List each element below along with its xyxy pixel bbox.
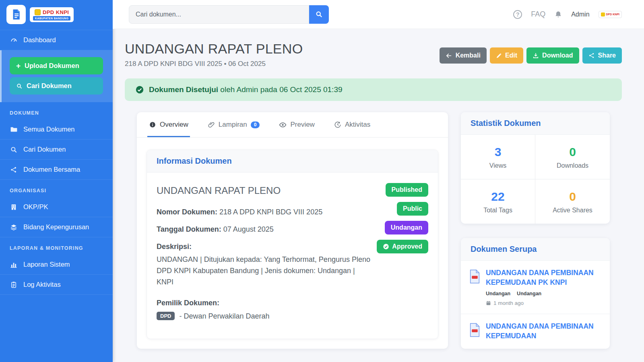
stat-total-tags-label: Total Tags xyxy=(464,207,532,214)
sidebar-item-label: Laporan Sistem xyxy=(23,261,70,268)
bell-icon[interactable] xyxy=(554,10,562,19)
share-label: Share xyxy=(598,52,616,59)
dokumen-serupa-header: Dokumen Serupa xyxy=(461,238,610,261)
stat-active-shares: 0 Active Shares xyxy=(535,179,610,224)
upload-dokumen-button[interactable]: + Upload Dokumen xyxy=(10,57,103,74)
edit-button[interactable]: Edit xyxy=(490,47,523,64)
similar-doc-link[interactable]: UNDANGAN DANA PEMBINAAN KEPEMUDAAN PK KN… xyxy=(486,268,602,287)
download-button[interactable]: Download xyxy=(526,47,579,64)
owner-badge: DPD xyxy=(157,312,175,320)
field-label: Deskripsi: xyxy=(157,243,192,251)
informasi-dokumen-body: UNDANGAN RAPAT PLENO Nomor Dokumen: 218 … xyxy=(147,173,438,339)
brand: DPD KNPI KABUPATEN BANDUNG xyxy=(0,0,113,30)
field-value: 218 A DPD KNPI BDG VIII 2025 xyxy=(219,208,322,216)
field-pemilik-label: Pemilik Dokumen: xyxy=(157,298,370,309)
sidebar-item-okp-pk[interactable]: OKP/PK xyxy=(0,197,113,217)
search-icon xyxy=(10,146,18,153)
plus-icon: + xyxy=(16,62,21,70)
similar-doc-item: UNDANGAN DANA PEMBINAAN KEPEMUDAAN PK KN… xyxy=(461,261,610,314)
similar-doc-tags: Undangan Undangan xyxy=(486,291,602,296)
similar-doc-item: UNDANGAN DANA PEMBINAAN KEPEMUDAAN xyxy=(461,314,610,348)
field-value: - Dewan Perwakilan Daerah xyxy=(179,312,269,320)
main-area: ? FAQ Admin DPD KNPI UNDANGAN RAPAT PLEN… xyxy=(113,0,644,362)
org-logo: DPD KNPI KABUPATEN BANDUNG xyxy=(30,7,74,22)
tabbar: Overview Lampiran 0 xyxy=(137,112,448,138)
similar-doc-time: 1 month ago xyxy=(486,300,602,306)
status-badges: Published Public Undangan Approved xyxy=(377,183,428,328)
informasi-dokumen-card: Informasi Dokumen UNDANGAN RAPAT PLENO N… xyxy=(147,150,438,339)
folder-icon xyxy=(10,125,18,133)
sidebar-item-label: Dokumen Bersama xyxy=(23,166,80,173)
sidebar-item-dashboard[interactable]: Dashboard xyxy=(0,30,113,50)
statistik-dokumen-card: Statistik Dokumen 3 Views 0 Downloads xyxy=(461,112,610,224)
sidebar-item-laporan-sistem[interactable]: Laporan Sistem xyxy=(0,255,113,275)
user-org-logo-text: DPD KNPI xyxy=(606,13,619,16)
field-label: Tanggal Dokumen: xyxy=(157,225,221,233)
org-name: DPD KNPI xyxy=(43,9,69,15)
share-icon xyxy=(588,52,595,59)
stat-downloads-label: Downloads xyxy=(539,162,607,169)
tab-overview[interactable]: Overview xyxy=(147,112,190,137)
pdf-file-icon xyxy=(469,323,481,341)
lampiran-count-badge: 0 xyxy=(251,121,260,128)
left-column: Overview Lampiran 0 xyxy=(137,112,448,349)
content-columns: Overview Lampiran 0 xyxy=(125,112,622,349)
similar-doc-time-text: 1 month ago xyxy=(493,300,524,306)
cari-dokumen-button[interactable]: Cari Dokumen xyxy=(10,77,103,95)
tag: Undangan xyxy=(486,291,510,296)
stat-active-shares-label: Active Shares xyxy=(539,207,607,214)
stat-active-shares-value: 0 xyxy=(539,190,607,204)
search-icon xyxy=(315,10,323,18)
upload-dokumen-label: Upload Dokumen xyxy=(25,62,79,70)
sidebar-item-label: Semua Dokumen xyxy=(23,125,74,133)
chart-icon xyxy=(10,261,18,268)
clipboard-list-icon xyxy=(10,281,18,288)
app-logo-icon[interactable] xyxy=(6,5,26,24)
topbar-right: ? FAQ Admin DPD KNPI xyxy=(513,10,622,19)
sidebar-item-log-aktivitas[interactable]: Log Aktivitas xyxy=(0,275,113,295)
org-subtitle: KABUPATEN BANDUNG xyxy=(33,16,70,21)
sidebar-section-organisasi: ORGANISASI xyxy=(0,180,113,197)
help-icon[interactable]: ? xyxy=(513,10,522,19)
stat-views-label: Views xyxy=(464,162,532,169)
page-header: UNDANGAN RAPAT PLENO 218 A DPD KNPI BDG … xyxy=(125,41,622,68)
knpi-emblem-icon xyxy=(601,12,605,16)
edit-label: Edit xyxy=(505,52,517,59)
sidebar: DPD KNPI KABUPATEN BANDUNG Dashboard + U… xyxy=(0,0,113,362)
stat-downloads: 0 Downloads xyxy=(535,135,610,179)
calendar-icon xyxy=(486,300,491,306)
page-subtitle: 218 A DPD KNPI BDG VIII 2025 • 06 Oct 20… xyxy=(125,60,303,68)
status-badge-approved-label: Approved xyxy=(392,243,422,250)
tab-lampiran[interactable]: Lampiran 0 xyxy=(206,112,262,137)
share-icon xyxy=(10,166,18,173)
sidebar-item-cari-dokumen[interactable]: Cari Dokumen xyxy=(0,140,113,160)
sidebar-action-block: + Upload Dokumen Cari Dokumen xyxy=(0,50,113,102)
dokumen-serupa-card: Dokumen Serupa UNDANGAN DANA PEMBINAAN K… xyxy=(461,238,610,349)
field-label: Nomor Dokumen: xyxy=(157,208,217,216)
status-badge-approved: Approved xyxy=(377,240,428,253)
approval-alert-bold: Dokumen Disetujui xyxy=(149,85,218,94)
tab-preview[interactable]: Preview xyxy=(277,112,316,137)
user-menu[interactable]: Admin xyxy=(571,11,589,18)
faq-link[interactable]: FAQ xyxy=(531,10,545,19)
stat-views: 3 Views xyxy=(461,135,535,179)
similar-doc-body: UNDANGAN DANA PEMBINAAN KEPEMUDAAN PK KN… xyxy=(486,268,602,306)
pdf-file-icon xyxy=(469,269,481,306)
building-icon xyxy=(10,204,18,211)
kembali-button[interactable]: Kembali xyxy=(440,47,487,64)
sidebar-item-label: Log Aktivitas xyxy=(23,281,61,288)
stat-views-value: 3 xyxy=(464,145,532,159)
share-button[interactable]: Share xyxy=(582,47,622,64)
search-submit-button[interactable] xyxy=(309,5,329,24)
sidebar-item-semua-dokumen[interactable]: Semua Dokumen xyxy=(0,119,113,140)
search-input[interactable] xyxy=(129,5,309,24)
page-actions: Kembali Edit Download xyxy=(440,47,622,64)
tab-aktivitas[interactable]: Aktivitas xyxy=(332,112,372,137)
similar-doc-link[interactable]: UNDANGAN DANA PEMBINAAN KEPEMUDAAN xyxy=(486,322,602,341)
approval-alert-text: Dokumen Disetujui oleh Admin pada 06 Oct… xyxy=(149,85,343,94)
document-icon xyxy=(10,8,22,21)
sidebar-item-bidang-kepengurusan[interactable]: Bidang Kepengurusan xyxy=(0,217,113,237)
user-org-logo[interactable]: DPD KNPI xyxy=(599,11,622,18)
similar-doc-body: UNDANGAN DANA PEMBINAAN KEPEMUDAAN xyxy=(486,322,602,341)
sidebar-item-dokumen-bersama[interactable]: Dokumen Bersama xyxy=(0,160,113,180)
